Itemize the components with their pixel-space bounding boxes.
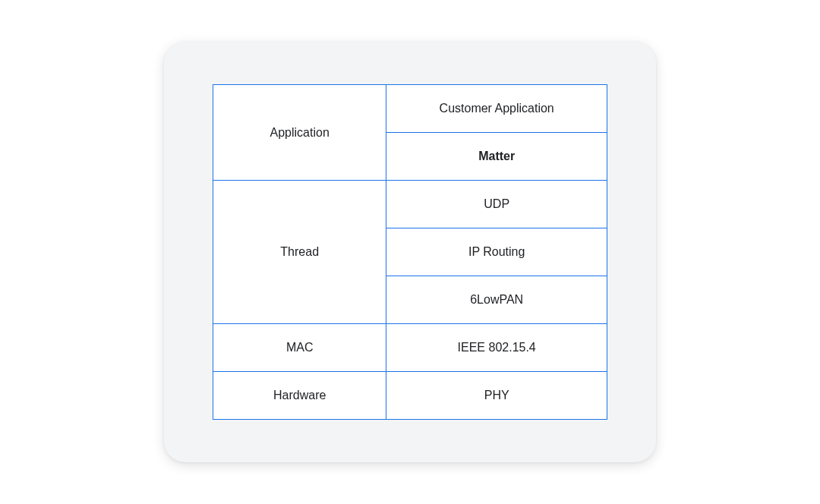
diagram-card: Application Customer Application Matter …: [164, 42, 656, 462]
layer-label-application: Application: [213, 85, 386, 181]
layer-label-hardware: Hardware: [213, 372, 386, 420]
layer-label-thread: Thread: [213, 181, 386, 324]
layer-cell-ieee-802-15-4: IEEE 802.15.4: [386, 324, 607, 372]
layer-cell-udp: UDP: [386, 181, 607, 228]
layer-cell-customer-application: Customer Application: [386, 85, 607, 133]
layer-cell-matter: Matter: [386, 133, 607, 181]
layer-cell-phy: PHY: [386, 372, 607, 420]
protocol-stack-table: Application Customer Application Matter …: [213, 84, 607, 420]
layer-cell-6lowpan: 6LowPAN: [386, 276, 607, 324]
layer-cell-ip-routing: IP Routing: [386, 228, 607, 276]
layer-label-mac: MAC: [213, 324, 386, 372]
